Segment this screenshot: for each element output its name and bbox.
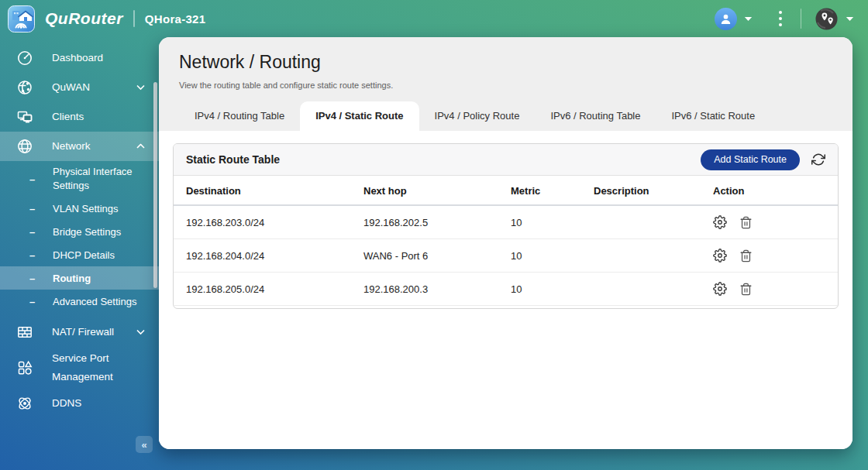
cell-metric: 10: [505, 239, 587, 273]
sidebar-item-clients[interactable]: Clients: [0, 102, 159, 132]
device-name: QHora-321: [145, 12, 206, 26]
trash-icon[interactable]: [739, 249, 753, 262]
sidebar-sublabel: Routing: [53, 273, 91, 284]
page-title: Network / Routing: [179, 52, 832, 73]
region-caret-down-icon[interactable]: [846, 16, 854, 22]
qurouter-app: QuRouter QHora-321: [0, 0, 868, 470]
column-destination: Destination: [174, 176, 357, 205]
sidebar-label: Dashboard: [52, 50, 103, 66]
sidebar-subitem-bridge-settings[interactable]: – Bridge Settings: [0, 220, 159, 243]
static-route-table-header: Static Route Table Add Static Route: [174, 144, 838, 176]
table-header-row: Destination Next hop Metric Description …: [174, 176, 838, 205]
service-port-icon: [16, 359, 33, 376]
dash-bullet: –: [29, 226, 36, 238]
page-subtitle: View the routing table and configure sta…: [179, 81, 832, 90]
sidebar-item-network[interactable]: Network: [0, 132, 159, 161]
sidebar-sublabel: DHCP Details: [53, 249, 115, 261]
cell-next-hop: 192.168.202.5: [357, 205, 505, 239]
region-globe-icon[interactable]: [815, 7, 839, 31]
cell-destination: 192.168.204.0/24: [174, 239, 357, 273]
column-metric: Metric: [505, 176, 587, 205]
refresh-icon[interactable]: [811, 153, 825, 166]
chevron-up-icon: [136, 144, 145, 149]
sidebar-sublabel: Bridge Settings: [53, 226, 121, 238]
sidebar-label: Clients: [52, 109, 84, 125]
chevron-down-icon: [136, 330, 145, 335]
tab-ipv4-static-route[interactable]: IPv4 / Static Route: [300, 101, 418, 131]
table-row: 192.168.203.0/24 192.168.202.5 10: [174, 205, 838, 239]
settings-gear-icon[interactable]: [713, 282, 727, 296]
cell-destination: 192.168.205.0/24: [174, 273, 357, 306]
cell-next-hop: WAN6 - Port 6: [357, 239, 505, 273]
sidebar-subitem-vlan-settings[interactable]: – VLAN Settings: [0, 197, 159, 220]
sidebar-label: DDNS: [52, 396, 81, 411]
dash-bullet: –: [29, 173, 36, 185]
sidebar-item-service-port-management[interactable]: Service Port Management: [0, 347, 159, 389]
sidebar-nav: Dashboard QuWAN: [0, 37, 159, 470]
tab-content: Static Route Table Add Static Route: [159, 131, 852, 449]
column-description: Description: [587, 176, 707, 205]
firewall-icon: [16, 324, 33, 341]
sidebar-sublabel: Physical Interface Settings: [53, 165, 144, 193]
tab-ipv6-static-route[interactable]: IPv6 / Static Route: [656, 101, 771, 131]
table-title: Static Route Table: [186, 153, 280, 166]
dash-bullet: –: [29, 203, 36, 214]
trash-icon[interactable]: [739, 283, 753, 296]
user-caret-down-icon[interactable]: [744, 16, 753, 22]
sidebar-collapse-button[interactable]: «: [136, 436, 153, 453]
table-row: 192.168.204.0/24 WAN6 - Port 6 10: [174, 239, 838, 273]
cell-metric: 10: [505, 273, 587, 306]
tab-ipv4-policy-route[interactable]: IPv4 / Policy Route: [419, 101, 536, 131]
sidebar-item-quwan[interactable]: QuWAN: [0, 73, 159, 102]
sidebar-item-dashboard[interactable]: Dashboard: [0, 43, 159, 73]
sidebar-subitem-advanced-settings[interactable]: – Advanced Settings: [0, 290, 159, 313]
trash-icon[interactable]: [739, 216, 753, 229]
clients-icon: [16, 108, 33, 125]
sidebar-scrollbar[interactable]: [153, 82, 157, 288]
sidebar-label: Network: [52, 139, 91, 154]
static-route-table-card: Static Route Table Add Static Route: [173, 143, 839, 309]
main-content-card: Network / Routing View the routing table…: [159, 37, 852, 449]
sidebar-subitem-physical-interface-settings[interactable]: – Physical Interface Settings: [0, 161, 159, 197]
user-avatar[interactable]: [715, 8, 737, 30]
topbar-right-controls: [715, 7, 854, 31]
brand-wordmark: QuRouter: [45, 9, 123, 28]
sidebar-item-ddns[interactable]: DDNS: [0, 389, 159, 418]
dashboard-icon: [16, 50, 33, 67]
settings-gear-icon[interactable]: [713, 249, 727, 262]
kebab-menu-icon[interactable]: [776, 8, 785, 29]
tab-ipv6-routing-table[interactable]: IPv6 / Routing Table: [535, 101, 656, 131]
sidebar-subitem-dhcp-details[interactable]: – DHCP Details: [0, 243, 159, 266]
cell-description: [587, 273, 707, 306]
cell-next-hop: 192.168.200.3: [357, 273, 505, 306]
settings-gear-icon[interactable]: [713, 215, 727, 229]
sidebar-label: QuWAN: [52, 80, 90, 95]
cell-description: [587, 239, 707, 273]
sidebar-label: Service Port Management: [52, 349, 142, 386]
topbar-divider-2: [801, 9, 801, 29]
cell-description: [587, 205, 707, 239]
table-row: 192.168.205.0/24 192.168.200.3 10: [174, 273, 838, 306]
column-next-hop: Next hop: [357, 176, 505, 205]
tab-bar: IPv4 / Routing Table IPv4 / Static Route…: [179, 101, 832, 131]
page-header: Network / Routing View the routing table…: [159, 37, 852, 131]
sidebar-item-nat-firewall[interactable]: NAT/ Firewall: [0, 317, 159, 347]
topbar-divider: [133, 10, 135, 27]
app-logo-icon[interactable]: [8, 5, 35, 33]
collapse-chevrons-icon: «: [141, 439, 146, 451]
add-static-route-button[interactable]: Add Static Route: [701, 149, 800, 170]
sidebar-subitem-routing[interactable]: – Routing: [0, 266, 159, 290]
column-action: Action: [707, 176, 838, 205]
dash-bullet: –: [29, 249, 36, 261]
cell-metric: 10: [505, 205, 587, 239]
sidebar-label: NAT/ Firewall: [52, 324, 114, 340]
chevron-down-icon: [136, 85, 145, 91]
dash-bullet: –: [29, 273, 36, 284]
static-route-table: Destination Next hop Metric Description …: [174, 176, 838, 306]
tab-ipv4-routing-table[interactable]: IPv4 / Routing Table: [179, 101, 300, 131]
quwan-globe-icon: [16, 79, 33, 96]
network-globe-icon: [16, 138, 33, 155]
cell-destination: 192.168.203.0/24: [174, 205, 357, 239]
sidebar-sublabel: VLAN Settings: [53, 203, 119, 214]
dash-bullet: –: [29, 296, 36, 307]
